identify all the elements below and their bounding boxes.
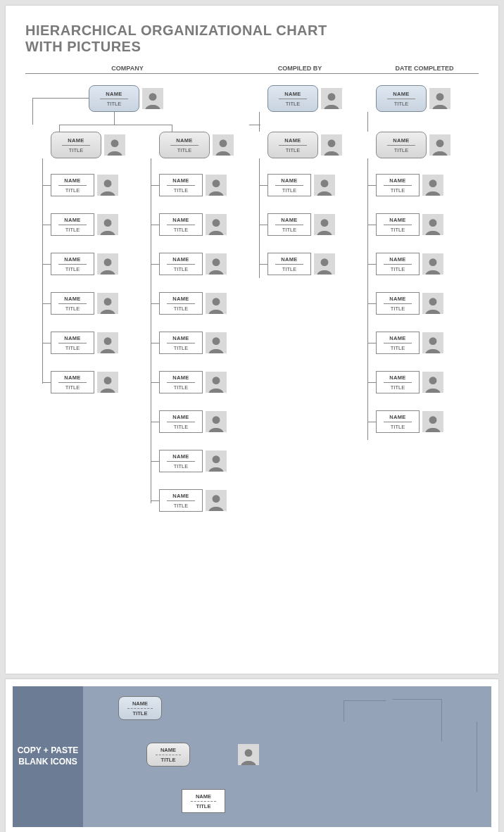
name-label: NAME (389, 177, 405, 184)
title-label: TITLE (391, 187, 405, 194)
org-card: NAMETITLE (159, 371, 203, 393)
org-card: NAMETITLE (376, 332, 420, 354)
person-icon (422, 372, 443, 393)
name-label: NAME (389, 296, 405, 302)
title-label: TITLE (391, 266, 405, 272)
person-icon (97, 175, 118, 196)
title-label: TITLE (391, 305, 405, 312)
name-label: NAME (172, 256, 189, 263)
person-icon (429, 134, 451, 156)
person-icon (142, 88, 163, 109)
name-label: NAME (64, 217, 80, 223)
org-leaf-node[interactable]: NAMETITLE (376, 371, 443, 393)
person-icon (206, 411, 227, 432)
org-leaf-node[interactable]: NAMETITLE (267, 174, 335, 196)
person-icon (422, 332, 443, 353)
org-card: NAMETITLE (159, 450, 203, 472)
title-label: TITLE (174, 424, 188, 430)
person-icon (206, 450, 227, 472)
org-dept-node[interactable]: NAMETITLE (267, 132, 342, 158)
org-leaf-node[interactable]: NAMETITLE (51, 332, 118, 354)
org-card: NAMETITLE (159, 253, 203, 275)
org-card: NAME TITLE (89, 85, 139, 112)
person-icon (429, 88, 451, 109)
org-card: NAMETITLE (376, 292, 420, 315)
copy-paste-label: COPY + PASTE BLANK ICONS (13, 686, 83, 827)
palette-person-icon[interactable] (238, 744, 259, 765)
palette-connector[interactable] (344, 700, 386, 721)
person-icon (206, 332, 227, 353)
org-leaf-node[interactable]: NAMETITLE (51, 371, 118, 393)
org-leaf-node[interactable]: NAMETITLE (376, 332, 443, 354)
person-icon (206, 214, 227, 235)
person-icon (206, 372, 227, 393)
icon-palette-page: COPY + PASTE BLANK ICONS NAMETITLE NAMET… (6, 679, 498, 832)
name-label: NAME (64, 335, 80, 341)
org-card: NAMETITLE (376, 213, 420, 236)
org-leaf-node[interactable]: NAMETITLE (159, 292, 227, 315)
org-leaf-node[interactable]: NAMETITLE (159, 450, 227, 472)
org-dept-node[interactable]: NAMETITLE (376, 85, 451, 112)
org-leaf-node[interactable]: NAMETITLE (159, 371, 227, 393)
org-leaf-node[interactable]: NAMETITLE (267, 253, 335, 275)
title-label: TITLE (174, 503, 188, 509)
org-leaf-node[interactable]: NAMETITLE (159, 253, 227, 275)
org-dept-node[interactable]: NAMETITLE (267, 85, 342, 112)
org-leaf-node[interactable]: NAMETITLE (51, 213, 118, 236)
person-icon (422, 411, 443, 432)
person-icon (104, 134, 125, 156)
name-label: NAME (64, 374, 80, 381)
palette-leaf-card[interactable]: NAMETITLE (182, 789, 225, 813)
org-leaf-node[interactable]: NAMETITLE (376, 213, 443, 236)
org-dept-node[interactable]: NAMETITLE (376, 132, 451, 158)
org-dept-node[interactable]: NAMETITLE (159, 132, 234, 158)
title-line-1: HIERARCHICAL ORGANIZATIONAL CHART (25, 23, 479, 39)
org-leaf-node[interactable]: NAMETITLE (159, 174, 227, 196)
name-label: NAME (172, 296, 189, 302)
org-leaf-node[interactable]: NAMETITLE (376, 174, 443, 196)
palette-head-card[interactable]: NAMETITLE (118, 696, 162, 720)
palette-dept-card[interactable]: NAMETITLE (146, 743, 190, 767)
org-leaf-node[interactable]: NAMETITLE (159, 332, 227, 354)
org-card: NAMETITLE (51, 292, 94, 315)
person-icon (213, 134, 234, 156)
title-label: TITLE (174, 305, 188, 312)
palette-connector[interactable] (393, 699, 442, 741)
title-label: TITLE (174, 227, 188, 233)
title-label: TITLE (282, 187, 296, 194)
org-leaf-node[interactable]: NAMETITLE (159, 410, 227, 433)
copy-paste-panel: COPY + PASTE BLANK ICONS NAMETITLE NAMET… (13, 686, 491, 827)
org-card: NAMETITLE (376, 410, 420, 433)
org-leaf-node[interactable]: NAMETITLE (376, 292, 443, 315)
org-leaf-node[interactable]: NAMETITLE (159, 213, 227, 236)
org-leaf-node[interactable]: NAMETITLE (51, 174, 118, 196)
org-leaf-node[interactable]: NAMETITLE (376, 410, 443, 433)
person-icon (97, 372, 118, 393)
org-card: NAMETITLE (376, 174, 420, 196)
person-icon (97, 332, 118, 353)
title-label: TITLE (174, 266, 188, 272)
title-line-2: WITH PICTURES (25, 39, 479, 55)
org-leaf-node[interactable]: NAMETITLE (51, 292, 118, 315)
title-label: TITLE (65, 227, 80, 233)
org-leaf-node[interactable]: NAMETITLE (376, 253, 443, 275)
org-card: NAMETITLE (267, 174, 311, 196)
name-label: NAME (172, 453, 189, 460)
icon-palette: NAMETITLE NAMETITLE NAMETITLE (83, 686, 491, 827)
header-date-completed: DATE COMPLETED (370, 65, 479, 72)
title-label: TITLE (65, 384, 80, 391)
org-leaf-node[interactable]: NAMETITLE (159, 489, 227, 512)
org-leaf-node[interactable]: NAMETITLE (267, 213, 335, 236)
person-icon (97, 214, 118, 235)
org-card: NAMETITLE (376, 371, 420, 393)
title-label: TITLE (174, 463, 188, 469)
page-title: HIERARCHICAL ORGANIZATIONAL CHART WITH P… (25, 23, 479, 55)
palette-connector[interactable] (449, 721, 477, 792)
title-label: TITLE (391, 384, 405, 391)
template-page: HIERARCHICAL ORGANIZATIONAL CHART WITH P… (6, 6, 498, 674)
org-dept-node[interactable]: NAMETITLE (51, 132, 125, 158)
title-label: TITLE (65, 266, 80, 272)
org-leaf-node[interactable]: NAMETITLE (51, 253, 118, 275)
name-label: NAME (389, 374, 405, 381)
org-root-node[interactable]: NAME TITLE (89, 85, 163, 112)
